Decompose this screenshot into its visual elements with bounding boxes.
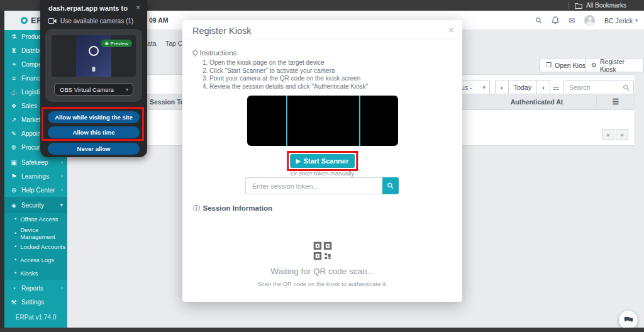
- sidebar-item-label: Security: [21, 202, 44, 209]
- all-bookmarks-button[interactable]: All Bookmarks: [586, 2, 626, 9]
- camera-preview: ◉ Preview: [52, 35, 136, 77]
- chevron-down-icon: ▾: [60, 202, 63, 208]
- sidebar-item-locked-accounts[interactable]: •Locked Accounts: [4, 240, 67, 253]
- sidebar-item-reports[interactable]: ◔Reports›: [4, 281, 67, 295]
- sidebar-item-safekeep[interactable]: ▣Safekeep›: [4, 155, 67, 169]
- user-name: BC Jerick: [604, 17, 633, 25]
- chevron-right-icon: ›: [61, 173, 63, 179]
- next-day-button[interactable]: ›: [536, 80, 550, 95]
- caret-down-icon: ▾: [126, 87, 128, 92]
- avatar[interactable]: [584, 15, 595, 26]
- sidebar-item-security[interactable]: ◈Security▾: [4, 198, 67, 212]
- pagination-prev[interactable]: «: [602, 129, 614, 140]
- sidebar-item-device-management[interactable]: •Device Management: [4, 227, 67, 240]
- camera-select[interactable]: OBS Virtual Camera ▾: [54, 83, 133, 96]
- caret-down-icon: ▾: [635, 18, 638, 23]
- bullet-icon: •: [14, 230, 16, 236]
- procurement-icon: ⚙: [10, 144, 18, 151]
- preview-badge: ◉ Preview: [101, 40, 132, 47]
- obs-logo-icon: [89, 46, 99, 56]
- sub-item-label: Offsite Access: [20, 216, 58, 223]
- waiting-status-text: Waiting for QR code scan...: [182, 267, 462, 276]
- close-icon[interactable]: ×: [136, 3, 140, 12]
- chevron-right-icon: ›: [61, 285, 63, 291]
- column-menu-icon[interactable]: ☰: [597, 94, 635, 109]
- button-label: Register Kiosk: [600, 58, 638, 73]
- prev-day-button[interactable]: ‹: [495, 80, 509, 95]
- register-kiosk-button[interactable]: ⚙ Register Kiosk: [585, 58, 644, 72]
- production-icon: ⚗: [10, 33, 18, 40]
- search-icon: ⚲: [386, 181, 396, 191]
- sidebar-item-label: Learnings: [21, 173, 49, 180]
- close-icon[interactable]: ×: [448, 25, 453, 35]
- session-info-label: Session Information: [203, 204, 273, 212]
- sidebar-item-help-center[interactable]: ⊕Help Center›: [4, 183, 67, 197]
- window-edge-bottom: [0, 328, 644, 332]
- chevron-right-icon: ›: [61, 159, 63, 165]
- instruction-step: 3. Point your camera at the QR code on t…: [203, 75, 368, 83]
- start-scanner-button[interactable]: ▶ Start Scanner: [290, 154, 355, 168]
- sidebar-item-offsite-access[interactable]: •Offsite Access: [4, 213, 67, 225]
- bell-icon[interactable]: [552, 16, 559, 25]
- instruction-step: 2. Click "Start Scanner" to activate you…: [203, 67, 368, 75]
- session-information-heading: ⓘSession Information: [193, 204, 272, 213]
- app-screen: All Bookmarks ERP ⚗Production ♜Distribut…: [0, 0, 644, 332]
- instruction-step: 1. Open the kiosk page on the target dev…: [203, 59, 368, 67]
- lightbulb-icon: Ϙ: [192, 49, 198, 57]
- sidebar-item-access-logs[interactable]: •Access Logs: [4, 253, 67, 266]
- camera-scanner-view: [247, 96, 398, 146]
- mic-icon: [92, 67, 96, 72]
- camera-request-label: Use available cameras (1): [60, 18, 133, 25]
- sidebar-item-learnings[interactable]: ⚑Learnings›: [4, 169, 67, 183]
- caret-down-icon: ▾: [482, 84, 486, 91]
- instruction-step: 4. Review the session details and click …: [203, 83, 368, 91]
- preview-badge-label: Preview: [111, 41, 128, 47]
- instruction-steps: 1. Open the kiosk page on the target dev…: [203, 59, 368, 91]
- camera-dot-icon: ◉: [104, 41, 108, 46]
- never-allow-button[interactable]: Never allow: [48, 143, 140, 155]
- learnings-icon: ⚑: [10, 173, 18, 180]
- bullet-icon: •: [14, 243, 16, 250]
- bullet-icon: •: [14, 257, 16, 263]
- column-authenticated-at[interactable]: Authenticated At: [477, 94, 597, 109]
- today-button[interactable]: Today: [509, 80, 536, 95]
- scanner-guide-line: [286, 96, 287, 146]
- bullet-icon: •: [14, 216, 16, 222]
- app-version: ERPat v1.74.0: [4, 314, 67, 321]
- pagination-next[interactable]: »: [616, 129, 628, 140]
- sidebar-item-label: Help Center: [21, 187, 55, 194]
- videocam-icon: [48, 18, 57, 24]
- marketing-icon: ↗: [10, 116, 18, 123]
- date-nav-group: ‹ Today ›: [495, 80, 550, 95]
- distribution-icon: ♜: [10, 47, 18, 54]
- session-token-input[interactable]: [245, 177, 382, 194]
- filter-icon[interactable]: ⚎: [553, 83, 560, 92]
- chat-bubbles-icon: [624, 316, 633, 324]
- chat-button[interactable]: [619, 311, 638, 329]
- camera-request-row: Use available cameras (1): [48, 18, 133, 25]
- sub-item-label: Access Logs: [20, 257, 54, 263]
- sidebar-item-label: Safekeep: [21, 159, 48, 166]
- logistics-icon: ⚓: [10, 89, 18, 96]
- token-search-button[interactable]: ⚲: [382, 177, 399, 194]
- sidebar-item-settings[interactable]: ⚒Settings: [4, 295, 67, 309]
- window-edge-left: [0, 11, 4, 328]
- finance-icon: ¤: [10, 75, 18, 82]
- sub-item-label: Locked Accounts: [20, 243, 65, 250]
- search-icon[interactable]: ⚲: [536, 16, 542, 25]
- table-search-input[interactable]: [564, 80, 619, 94]
- sales-icon: ❖: [10, 102, 18, 109]
- pagination: « »: [602, 129, 628, 140]
- annotation-box-allow-buttons: [42, 107, 144, 141]
- page-tab[interactable]: ata: [147, 40, 157, 47]
- mail-icon[interactable]: ✉: [569, 16, 575, 25]
- sidebar-item-kiosks[interactable]: •Kiosks: [4, 267, 67, 279]
- appointments-icon: ✎: [10, 130, 18, 137]
- user-menu[interactable]: BC Jerick ▾: [604, 17, 638, 25]
- table-search: ⚲: [564, 80, 634, 95]
- compensation-icon: ⚭: [10, 61, 18, 68]
- shield-icon: ◈: [10, 202, 18, 209]
- sidebar-item-label: Sales: [21, 102, 37, 109]
- camera-preview-panel: ◉ Preview OBS Virtual Camera ▾: [45, 29, 142, 102]
- sidebar-item-label: Reports: [21, 285, 43, 292]
